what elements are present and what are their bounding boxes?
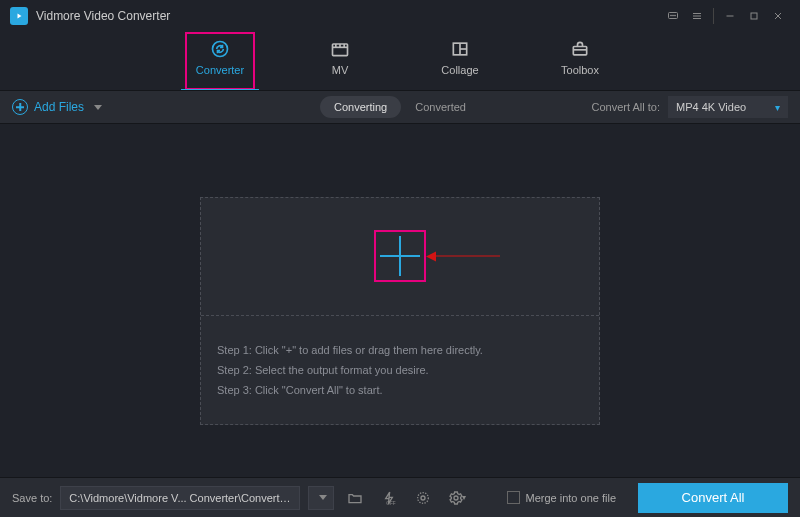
workspace: Step 1: Click "+" to add files or drag t… xyxy=(0,124,800,477)
save-path-dropdown[interactable] xyxy=(308,486,334,510)
app-icon xyxy=(10,7,28,25)
bottom-bar: Save to: C:\Vidmore\Vidmore V... Convert… xyxy=(0,477,800,517)
tab-toolbox[interactable]: Toolbox xyxy=(545,32,615,90)
svg-marker-0 xyxy=(18,14,22,19)
open-folder-button[interactable] xyxy=(342,486,368,510)
sub-toolbar: Add Files Converting Converted Convert A… xyxy=(0,90,800,124)
step-text: Step 1: Click "+" to add files or drag t… xyxy=(217,344,583,356)
add-files-button[interactable]: Add Files xyxy=(12,99,102,115)
svg-point-2 xyxy=(671,15,672,16)
svg-point-3 xyxy=(673,15,674,16)
divider xyxy=(713,8,714,24)
annotation-arrow xyxy=(436,256,500,257)
plus-icon xyxy=(380,236,420,276)
status-segment: Converting Converted xyxy=(320,96,480,118)
close-button[interactable] xyxy=(766,4,790,28)
settings-button[interactable]: ▾ xyxy=(444,486,470,510)
svg-point-24 xyxy=(421,496,425,500)
converter-icon xyxy=(208,36,232,62)
chevron-down-icon xyxy=(94,105,102,110)
maximize-button[interactable] xyxy=(742,4,766,28)
svg-point-25 xyxy=(418,492,429,503)
svg-rect-9 xyxy=(751,13,757,19)
save-path-field[interactable]: C:\Vidmore\Vidmore V... Converter\Conver… xyxy=(60,486,300,510)
tab-converter[interactable]: Converter xyxy=(185,32,255,90)
merge-checkbox[interactable]: Merge into one file xyxy=(507,491,617,504)
hardware-accel-button[interactable]: OFF xyxy=(376,486,402,510)
mv-icon xyxy=(328,36,352,62)
tab-label: Toolbox xyxy=(561,64,599,76)
title-bar: Vidmore Video Converter xyxy=(0,0,800,32)
app-title: Vidmore Video Converter xyxy=(36,9,170,23)
main-nav: Converter MV Collage Toolbox xyxy=(0,32,800,90)
chevron-down-icon: ▾ xyxy=(775,102,780,113)
svg-point-26 xyxy=(454,496,458,500)
tab-label: Collage xyxy=(441,64,478,76)
convert-all-button[interactable]: Convert All xyxy=(638,483,788,513)
svg-text:OFF: OFF xyxy=(387,501,396,506)
chevron-down-icon xyxy=(319,495,327,500)
convert-all-to-label: Convert All to: xyxy=(592,101,660,113)
checkbox-box xyxy=(507,491,520,504)
format-dropdown[interactable]: MP4 4K Video ▾ xyxy=(668,96,788,118)
format-value: MP4 4K Video xyxy=(676,101,746,113)
svg-point-12 xyxy=(213,42,228,57)
save-path-value: C:\Vidmore\Vidmore V... Converter\Conver… xyxy=(69,492,291,504)
high-speed-button[interactable] xyxy=(410,486,436,510)
convert-all-to: Convert All to: MP4 4K Video ▾ xyxy=(592,96,788,118)
step-text: Step 2: Select the output format you des… xyxy=(217,364,583,376)
drop-zone[interactable]: Step 1: Click "+" to add files or drag t… xyxy=(200,197,600,425)
toolbox-icon xyxy=(568,36,592,62)
chevron-down-icon: ▾ xyxy=(462,493,466,502)
drop-instructions: Step 1: Click "+" to add files or drag t… xyxy=(201,316,599,424)
tab-label: Converter xyxy=(196,64,244,76)
segment-converted[interactable]: Converted xyxy=(401,96,480,118)
tab-mv[interactable]: MV xyxy=(305,32,375,90)
merge-label: Merge into one file xyxy=(526,492,617,504)
collage-icon xyxy=(448,36,472,62)
minimize-button[interactable] xyxy=(718,4,742,28)
add-files-label: Add Files xyxy=(34,100,84,114)
menu-icon[interactable] xyxy=(685,4,709,28)
tab-label: MV xyxy=(332,64,349,76)
drop-top xyxy=(201,198,599,316)
feedback-icon[interactable] xyxy=(661,4,685,28)
tab-collage[interactable]: Collage xyxy=(425,32,495,90)
svg-point-4 xyxy=(675,15,676,16)
step-text: Step 3: Click "Convert All" to start. xyxy=(217,384,583,396)
save-to-label: Save to: xyxy=(12,492,52,504)
add-files-plus[interactable] xyxy=(374,230,426,282)
annotation-highlight-box xyxy=(374,230,426,282)
segment-converting[interactable]: Converting xyxy=(320,96,401,118)
plus-circle-icon xyxy=(12,99,28,115)
